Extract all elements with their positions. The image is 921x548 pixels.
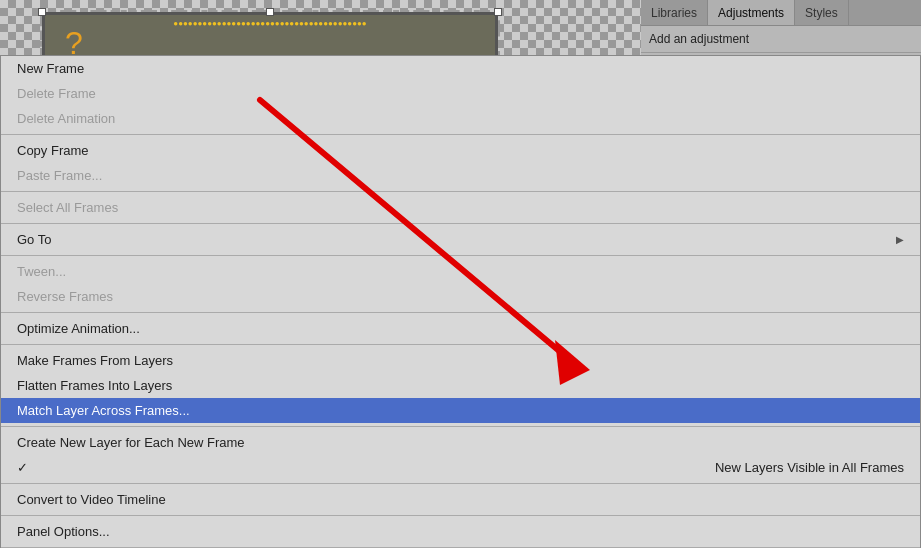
handle-tm[interactable]: [266, 8, 274, 16]
separator-6: [1, 344, 920, 345]
right-panel: Libraries Adjustments Styles Add an adju…: [641, 0, 921, 548]
menu-new-frame[interactable]: New Frame: [1, 56, 920, 81]
menu-tween: Tween...: [1, 259, 920, 284]
separator-8: [1, 483, 920, 484]
menu-delete-frame: Delete Frame: [1, 81, 920, 106]
menu-optimize-animation[interactable]: Optimize Animation...: [1, 316, 920, 341]
separator-9: [1, 515, 920, 516]
go-to-label: Go To: [17, 232, 51, 247]
tab-libraries[interactable]: Libraries: [641, 0, 708, 25]
menu-copy-frame[interactable]: Copy Frame: [1, 138, 920, 163]
check-mark: ✓: [17, 460, 28, 475]
menu-reverse-frames: Reverse Frames: [1, 284, 920, 309]
handle-tr[interactable]: [494, 8, 502, 16]
menu-create-new-layer[interactable]: Create New Layer for Each New Frame: [1, 430, 920, 455]
menu-new-layers-visible[interactable]: ✓ New Layers Visible in All Frames: [1, 455, 920, 480]
menu-delete-animation: Delete Animation: [1, 106, 920, 131]
go-to-arrow: ▶: [896, 234, 904, 245]
separator-1: [1, 134, 920, 135]
separator-2: [1, 191, 920, 192]
menu-panel-options[interactable]: Panel Options...: [1, 519, 920, 544]
menu-make-frames-from-layers[interactable]: Make Frames From Layers: [1, 348, 920, 373]
context-menu: New Frame Delete Frame Delete Animation …: [0, 55, 921, 548]
separator-7: [1, 426, 920, 427]
separator-3: [1, 223, 920, 224]
right-tabs: Libraries Adjustments Styles: [641, 0, 921, 26]
handle-tl[interactable]: [38, 8, 46, 16]
tab-adjustments[interactable]: Adjustments: [708, 0, 795, 25]
adjustments-header: Add an adjustment: [641, 26, 921, 53]
tab-styles[interactable]: Styles: [795, 0, 849, 25]
menu-go-to[interactable]: Go To ▶: [1, 227, 920, 252]
menu-select-all-frames: Select All Frames: [1, 195, 920, 220]
menu-convert-to-video[interactable]: Convert to Video Timeline: [1, 487, 920, 512]
new-layers-visible-label: New Layers Visible in All Frames: [715, 460, 904, 475]
menu-match-layer-across-frames[interactable]: Match Layer Across Frames...: [1, 398, 920, 423]
separator-4: [1, 255, 920, 256]
menu-paste-frame: Paste Frame...: [1, 163, 920, 188]
menu-flatten-frames-into-layers[interactable]: Flatten Frames Into Layers: [1, 373, 920, 398]
separator-5: [1, 312, 920, 313]
